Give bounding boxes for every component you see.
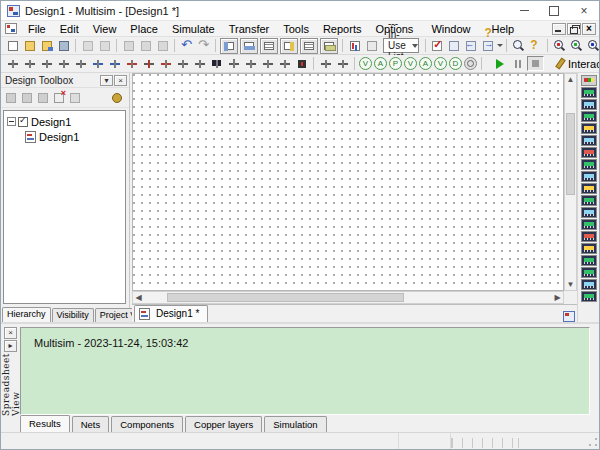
spreadsheet-close-button[interactable]: ×	[4, 327, 17, 339]
document-icon[interactable]	[5, 23, 17, 34]
panel-pin-button[interactable]: ▾	[100, 75, 113, 86]
instrument-four-channel-oscilloscope[interactable]	[581, 123, 597, 134]
print[interactable]	[80, 38, 96, 53]
voltage-current-probe[interactable]: A	[419, 57, 432, 70]
place-misc[interactable]	[192, 56, 208, 71]
spreadsheet-expand-button[interactable]: ▸	[4, 340, 17, 352]
annotate-dropdown-icon[interactable]	[497, 44, 503, 47]
resize-grip[interactable]	[586, 436, 599, 449]
instrument-agilent-function-generator[interactable]	[581, 243, 597, 254]
toggle-labview-cosimulation[interactable]	[280, 38, 298, 54]
instrument-bode-plotter[interactable]	[581, 135, 597, 146]
place-connector[interactable]	[277, 56, 293, 71]
menu-item-tools[interactable]: Tools	[276, 21, 316, 36]
scroll-right-icon[interactable]: ▶	[552, 292, 563, 303]
place-transistor[interactable]	[56, 56, 72, 71]
instrument-current-clamp[interactable]	[581, 291, 597, 302]
mdi-minimize-button[interactable]	[552, 23, 566, 35]
horizontal-scrollbar[interactable]: ◀ ▶	[132, 291, 564, 304]
spreadsheet-tab-results[interactable]: Results	[20, 415, 70, 433]
chevron-down-icon[interactable]	[412, 39, 418, 52]
capture-screen-area[interactable]	[446, 38, 462, 53]
menu-item-place[interactable]: Place	[123, 21, 165, 36]
menu-item-help[interactable]: Help	[478, 21, 522, 36]
vertical-scroll-thumb[interactable]	[566, 113, 575, 195]
tree-child-row[interactable]: Design1	[7, 129, 125, 144]
menu-item-view[interactable]: View	[86, 21, 124, 36]
results-pane[interactable]: Multisim - 2023-11-24, 15:03:42	[20, 327, 590, 415]
run-button[interactable]	[491, 56, 509, 72]
place-mixed[interactable]	[141, 56, 157, 71]
zoom-area[interactable]	[585, 38, 600, 53]
mdi-close-button[interactable]	[582, 23, 596, 35]
tree-collapse-icon[interactable]	[7, 117, 16, 126]
schematic-canvas[interactable]	[132, 73, 564, 291]
redo[interactable]	[196, 38, 212, 53]
menu-item-window[interactable]: Window	[424, 21, 477, 36]
voltage-reference-probe[interactable]: V	[434, 57, 447, 70]
toggle-circuit-parameters[interactable]	[300, 38, 318, 54]
instrument-agilent-oscilloscope[interactable]	[581, 267, 597, 278]
place-electromechanical[interactable]	[243, 56, 259, 71]
document-tab[interactable]: Design1 *	[134, 305, 208, 322]
place-source[interactable]	[5, 56, 21, 71]
instrument-spectrum-analyzer[interactable]	[581, 219, 597, 230]
panel-close-button[interactable]: ×	[114, 75, 127, 86]
probe-settings[interactable]	[464, 57, 477, 70]
close-design[interactable]	[51, 90, 67, 105]
toggle-design-toolbox[interactable]	[220, 38, 238, 54]
place-ttl[interactable]	[90, 56, 106, 71]
place-advanced-peripherals[interactable]	[209, 56, 225, 71]
zoom-in[interactable]	[551, 38, 567, 53]
menu-item-simulate[interactable]: Simulate	[165, 21, 222, 36]
tab-list-icon[interactable]	[563, 311, 575, 322]
tree-root-row[interactable]: Design1	[7, 114, 125, 129]
cut[interactable]	[121, 38, 137, 53]
power-probe[interactable]: P	[389, 57, 402, 70]
instrument-iv-analyzer[interactable]	[581, 195, 597, 206]
new-design[interactable]	[3, 90, 19, 105]
instrument-oscilloscope[interactable]	[581, 111, 597, 122]
copy[interactable]	[138, 38, 154, 53]
toolbox-tab-hierarchy[interactable]: Hierarchy	[2, 307, 51, 322]
copy-design[interactable]	[67, 90, 83, 105]
tree-root-label[interactable]: Design1	[31, 116, 71, 128]
tree-checkbox[interactable]	[18, 117, 28, 127]
voltage-probe[interactable]: V	[359, 57, 372, 70]
tree-child-label[interactable]: Design1	[39, 131, 79, 143]
maximize-button[interactable]	[539, 1, 569, 20]
place-power-component[interactable]	[175, 56, 191, 71]
place-diode[interactable]	[39, 56, 55, 71]
options[interactable]	[109, 90, 125, 105]
toggle-spreadsheet-view[interactable]	[240, 38, 258, 54]
scroll-up-icon[interactable]: ▲	[565, 74, 576, 85]
grapher[interactable]	[347, 38, 363, 53]
instrument-logic-analyzer[interactable]	[581, 171, 597, 182]
find[interactable]	[510, 38, 526, 53]
zoom-out[interactable]	[568, 38, 584, 53]
instrument-logic-converter[interactable]	[581, 183, 597, 194]
spreadsheet-tab-copper-layers[interactable]: Copper layers	[185, 416, 262, 433]
toggle-spice-netlist-viewer[interactable]	[260, 38, 278, 54]
place-mcu[interactable]	[294, 56, 310, 71]
in-use-list-combo[interactable]: --- In-Use List ---	[383, 38, 419, 53]
instrument-multimeter[interactable]	[581, 75, 597, 86]
menu-item-transfer[interactable]: Transfer	[222, 21, 277, 36]
instrument-wattmeter[interactable]	[581, 99, 597, 110]
undo[interactable]	[179, 38, 195, 53]
help[interactable]	[527, 38, 543, 53]
menu-item-reports[interactable]: Reports	[316, 21, 369, 36]
open-design[interactable]	[19, 90, 35, 105]
pause-button[interactable]	[509, 56, 527, 72]
place-rf[interactable]	[226, 56, 242, 71]
stop-button[interactable]	[527, 56, 544, 71]
save[interactable]	[56, 38, 72, 53]
interactive-button[interactable]: Interactive	[549, 57, 600, 71]
open-sample[interactable]	[39, 38, 55, 53]
print-preview[interactable]	[97, 38, 113, 53]
place-misc-digital[interactable]	[124, 56, 140, 71]
spreadsheet-tab-nets[interactable]: Nets	[72, 416, 110, 433]
open[interactable]	[22, 38, 38, 53]
vertical-scrollbar[interactable]: ▲ ▼	[564, 73, 577, 291]
instrument-tektronix-oscilloscope[interactable]	[581, 279, 597, 290]
